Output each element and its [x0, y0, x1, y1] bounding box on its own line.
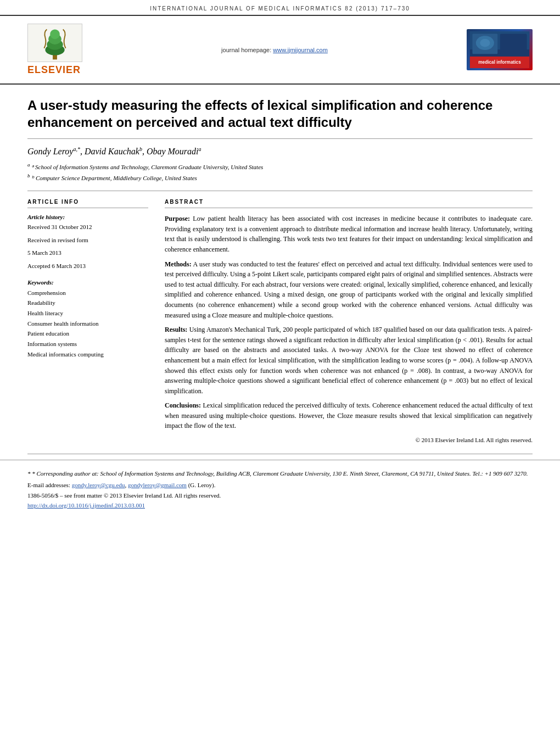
footer-emails: E-mail addresses: gondy.leroy@cgu.edu, g… [27, 481, 533, 490]
keyword-medical-informatics: Medical informatics computing [27, 349, 148, 360]
authors-line: Gondy Leroya,*, David Kauchakb, Obay Mou… [27, 139, 533, 160]
svg-text:medical informatics: medical informatics [478, 60, 521, 65]
keywords-label: Keywords: [27, 279, 148, 286]
email2-link[interactable]: gondyleroy@gmail.com [128, 482, 187, 488]
main-content: A user-study measuring the effects of le… [0, 85, 560, 454]
accepted-date: Accepted 6 March 2013 [27, 261, 148, 271]
keyword-comprehension: Comprehension [27, 288, 148, 298]
keyword-readability: Readability [27, 298, 148, 308]
page: INTERNATIONAL JOURNAL OF MEDICAL INFORMA… [0, 0, 560, 742]
received-date1: Received 31 October 2012 [27, 222, 148, 232]
footer-section: * * Corresponding author at: School of I… [0, 460, 560, 518]
corresponding-text: * * Corresponding author at: School of I… [27, 470, 528, 477]
author-obay: Obay Mouradi [147, 147, 199, 156]
author-david: David Kauchak [85, 147, 139, 156]
results-text: Using Amazon's Mechanical Turk, 200 peop… [165, 326, 533, 395]
results-label: Results: [165, 326, 187, 333]
homepage-link[interactable]: www.ijmijournal.com [273, 47, 328, 53]
elsevier-tree-image [27, 24, 82, 62]
revised-date: 5 March 2013 [27, 248, 148, 258]
received-revised-label: Received in revised form [27, 236, 148, 246]
email1-link[interactable]: gondy.leroy@cgu.edu [72, 482, 125, 488]
doi-link[interactable]: http://dx.doi.org/10.1016/j.ijmedinf.201… [27, 502, 145, 509]
email-suffix: (G. Leroy). [188, 482, 216, 488]
svg-rect-9 [500, 34, 527, 54]
conclusions-text: Lexical simplification reduced the perce… [165, 401, 533, 429]
keyword-health-literacy: Health literacy [27, 308, 148, 319]
email-label: E-mail addresses: [27, 482, 72, 488]
methods-text: A user study was conducted to test the f… [165, 260, 533, 319]
abstract-purpose: Purpose: Low patient health literacy has… [165, 214, 533, 254]
history-label: Article history: [27, 214, 148, 220]
affiliation-b: b ᵇ Computer Science Department, Middleb… [27, 172, 533, 183]
conclusions-label: Conclusions: [165, 401, 201, 409]
abstract-results: Results: Using Amazon's Mechanical Turk,… [165, 325, 533, 396]
article-title: A user-study measuring the effects of le… [27, 85, 533, 139]
two-column-section: ARTICLE INFO Article history: Received 3… [27, 191, 533, 454]
footer-license: 1386-5056/$ – see front matter © 2013 El… [27, 491, 533, 501]
elsevier-logo: ELSEVIER [27, 24, 82, 76]
methods-label: Methods: [165, 260, 192, 268]
author-gondy: Gondy Leroy [27, 147, 73, 156]
journal-center: journal homepage: www.ijmijournal.com [221, 47, 328, 53]
abstract-methods: Methods: A user study was conducted to t… [165, 259, 533, 321]
keyword-info-systems: Information systems [27, 339, 148, 349]
journal-right-logo: medical informatics [467, 29, 533, 70]
svg-point-13 [480, 39, 490, 47]
elsevier-brand: ELSEVIER [27, 64, 81, 76]
abstract-text: Purpose: Low patient health literacy has… [165, 214, 533, 445]
abstract-label: ABSTRACT [165, 199, 533, 208]
svg-point-5 [50, 30, 60, 40]
abstract-column: ABSTRACT Purpose: Low patient health lit… [165, 199, 533, 445]
keywords-list: Comprehension Readability Health literac… [27, 288, 148, 360]
footer-doi: http://dx.doi.org/10.1016/j.ijmedinf.201… [27, 501, 533, 510]
affiliations: a ᵃ School of Information Systems and Te… [27, 161, 533, 192]
purpose-text: Low patient health literacy has been ass… [165, 215, 533, 253]
keyword-patient-education: Patient education [27, 328, 148, 339]
journal-title: INTERNATIONAL JOURNAL OF MEDICAL INFORMA… [150, 5, 410, 12]
article-info-label: ARTICLE INFO [27, 199, 148, 208]
keyword-consumer-health: Consumer health information [27, 319, 148, 329]
abstract-conclusions: Conclusions: Lexical simplification redu… [165, 400, 533, 431]
logo-row: ELSEVIER journal homepage: www.ijmijourn… [0, 16, 560, 85]
copyright-line: © 2013 Elsevier Ireland Ltd. All rights … [165, 436, 533, 445]
homepage-label: journal homepage: [221, 47, 271, 53]
purpose-label: Purpose: [165, 215, 190, 222]
affiliation-a: a ᵃ School of Information Systems and Te… [27, 161, 533, 172]
corresponding-note: * * Corresponding author at: School of I… [27, 469, 533, 479]
article-info-column: ARTICLE INFO Article history: Received 3… [27, 199, 148, 445]
journal-header: INTERNATIONAL JOURNAL OF MEDICAL INFORMA… [0, 0, 560, 16]
